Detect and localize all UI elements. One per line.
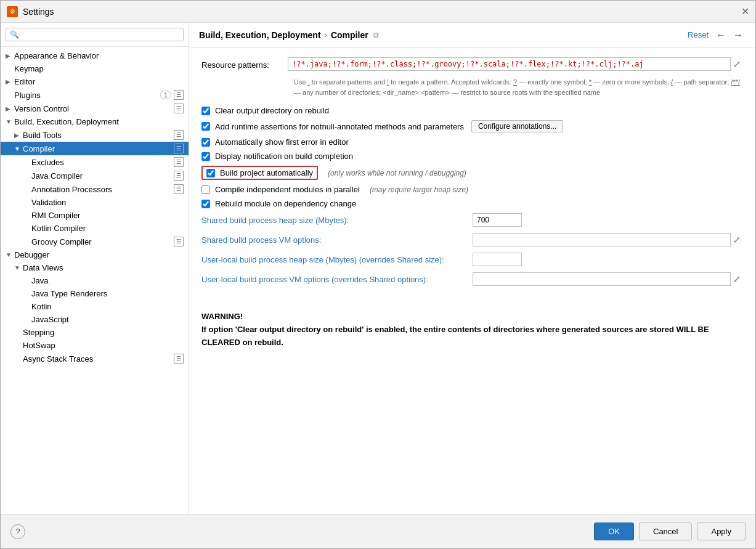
configure-annotations-button[interactable]: Configure annotations... [471,120,563,132]
forward-button[interactable]: → [731,28,746,42]
display-notification-label[interactable]: Display notification on build completion [215,152,353,161]
apply-button[interactable]: Apply [697,523,746,540]
sidebar-item-label: Debugger [14,250,184,259]
breadcrumb-bar: Build, Execution, Deployment › Compiler … [189,23,755,47]
sidebar-item-label: Async Stack Traces [23,354,171,364]
expand-button[interactable]: ⤢ [731,58,743,70]
settings-panel: Resource patterns: ⤢ Use ; to separate p… [189,47,755,514]
sidebar-item-javascript[interactable]: JavaScript [1,313,189,326]
sidebar-item-version-control[interactable]: ▶ Version Control ☰ [1,102,189,115]
arrow-icon: ▶ [6,78,14,85]
resource-patterns-label: Resource patterns: [201,57,288,70]
sidebar-item-label: Keymap [14,64,184,73]
sidebar-item-build-exec[interactable]: ▼ Build, Execution, Deployment [1,115,189,128]
sidebar-item-async-stack-traces[interactable]: Async Stack Traces ☰ [1,352,189,365]
arrow-icon: ▼ [14,264,23,271]
display-notification-checkbox[interactable] [201,152,210,161]
sidebar-item-label: Stepping [23,328,184,337]
sidebar-item-label: Appearance & Behavior [14,51,184,60]
settings-icon: ☰ [174,144,184,153]
show-first-error-label[interactable]: Automatically show first error in editor [215,137,349,147]
help-button[interactable]: ? [10,524,25,539]
copy-icon[interactable]: ⧉ [373,31,379,39]
sidebar-item-label: Java Compiler [31,171,171,181]
sidebar-item-appearance[interactable]: ▶ Appearance & Behavior [1,49,189,62]
sidebar-item-rmi-compiler[interactable]: RMI Compiler [1,209,189,222]
vm-options-input[interactable] [473,233,731,246]
title-bar: ⚙ Settings ✕ [1,1,755,23]
user-heap-input[interactable] [473,253,522,266]
sidebar-item-excludes[interactable]: Excludes ☰ [1,155,189,169]
breadcrumb-actions: Reset ← → [688,28,746,42]
sidebar-item-java-type-renderers[interactable]: Java Type Renderers [1,287,189,300]
sidebar-item-label: Build, Execution, Deployment [14,117,184,126]
close-button[interactable]: ✕ [741,6,749,17]
ok-button[interactable]: OK [594,523,634,540]
sidebar-item-java[interactable]: Java [1,274,189,287]
resource-patterns-row: Resource patterns: ⤢ [201,57,743,71]
clear-output-checkbox[interactable] [201,107,210,115]
settings-icon: ☰ [174,90,184,100]
vm-expand-button[interactable]: ⤢ [731,234,743,246]
sidebar-item-label: Kotlin Compiler [31,224,184,233]
settings-window: ⚙ Settings ✕ ▶ Appearance & Behavior Key… [0,0,756,549]
settings-icon: ☰ [174,104,184,113]
sidebar-item-compiler[interactable]: ▼ Compiler ☰ [1,142,189,155]
user-vm-options-input[interactable] [473,272,731,286]
rebuild-module-label[interactable]: Rebuild module on dependency change [215,199,356,208]
sidebar-item-kotlin[interactable]: Kotlin [1,300,189,313]
sidebar-item-editor[interactable]: ▶ Editor [1,75,189,88]
breadcrumb-separator: › [325,30,327,39]
sidebar-item-hotswap[interactable]: HotSwap [1,339,189,352]
back-button[interactable]: ← [713,28,728,42]
settings-icon: ☰ [174,157,184,167]
sidebar-item-debugger[interactable]: ▼ Debugger [1,248,189,261]
sidebar-item-plugins[interactable]: Plugins 1 ☰ [1,88,189,102]
compile-parallel-checkbox[interactable] [201,185,210,194]
add-runtime-label[interactable]: Add runtime assertions for notnull-annot… [215,122,464,131]
sidebar-item-label: Annotation Processors [31,185,171,194]
sidebar-item-build-tools[interactable]: ▶ Build Tools ☰ [1,128,189,142]
resource-patterns-input[interactable] [288,57,731,71]
build-auto-row: Build project automatically (only works … [201,166,743,180]
settings-icon: ☰ [174,171,184,181]
search-input[interactable] [6,28,184,41]
sidebar-item-label: Data Views [23,263,184,272]
sidebar-item-kotlin-compiler[interactable]: Kotlin Compiler [1,222,189,235]
sidebar-item-data-views[interactable]: ▼ Data Views [1,261,189,274]
user-vm-options-row: User-local build process VM options (ove… [201,272,743,286]
sidebar-item-validation[interactable]: Validation [1,196,189,209]
build-auto-checkbox[interactable] [206,169,215,177]
user-vm-expand-button[interactable]: ⤢ [731,273,743,285]
sidebar-item-annotation-processors[interactable]: Annotation Processors ☰ [1,182,189,196]
warning-box: WARNING! If option 'Clear output directo… [201,304,743,355]
cancel-button[interactable]: Cancel [639,523,692,540]
clear-output-label[interactable]: Clear output directory on rebuild [215,106,329,115]
compile-parallel-note: (may require larger heap size) [370,185,468,194]
sidebar-item-label: HotSwap [23,341,184,350]
arrow-icon: ▶ [6,52,14,59]
clear-output-row: Clear output directory on rebuild [201,106,743,115]
reset-link[interactable]: Reset [688,30,709,39]
show-first-error-checkbox[interactable] [201,138,210,147]
heap-size-input[interactable] [473,213,522,227]
user-vm-options-field-wrap: ⤢ [473,272,743,286]
sidebar-item-keymap[interactable]: Keymap [1,62,189,75]
plugins-badge: 1 [160,91,171,99]
sidebar-item-label: Kotlin [31,302,184,311]
add-runtime-checkbox[interactable] [201,122,210,131]
sidebar: ▶ Appearance & Behavior Keymap ▶ Editor … [1,23,189,514]
arrow-icon: ▼ [6,118,14,125]
rebuild-module-checkbox[interactable] [201,200,210,208]
settings-icon: ☰ [174,184,184,194]
add-runtime-row: Add runtime assertions for notnull-annot… [201,120,743,132]
sidebar-item-groovy-compiler[interactable]: Groovy Compiler ☰ [1,235,189,248]
compile-parallel-label[interactable]: Compile independent modules in parallel [215,185,360,194]
sidebar-item-label: Plugins [14,91,158,100]
build-auto-label[interactable]: Build project automatically [220,168,313,177]
sidebar-item-stepping[interactable]: Stepping [1,326,189,339]
heap-size-label: Shared build process heap size (Mbytes): [201,216,473,225]
sidebar-item-java-compiler[interactable]: Java Compiler ☰ [1,169,189,182]
sidebar-item-label: Groovy Compiler [31,237,171,246]
search-box [1,23,189,47]
